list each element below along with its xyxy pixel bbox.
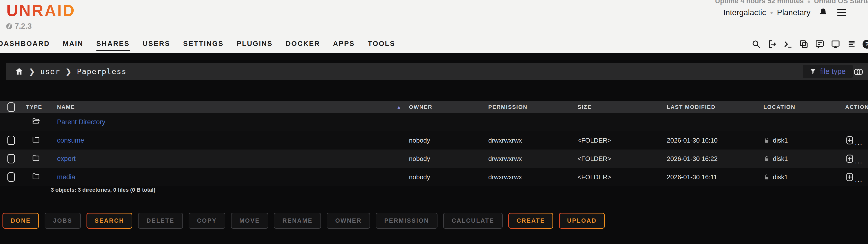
uptime-status: Uptime 4 hours 52 minutes●Unraid OS Star…: [715, 0, 868, 5]
nav-docker[interactable]: DOCKER: [285, 40, 320, 51]
delete-button[interactable]: DELETE: [138, 213, 183, 228]
row-action-menu[interactable]: ...: [845, 154, 863, 163]
cell-location: disk1: [773, 173, 788, 181]
col-last-modified[interactable]: LAST MODIFIED: [667, 104, 764, 110]
table-row-media: media nobody drwxrwxrwx <FOLDER> 2026-01…: [0, 168, 868, 186]
rename-button[interactable]: RENAME: [274, 213, 321, 228]
more-actions-dots[interactable]: ...: [855, 140, 863, 145]
table-row-consume: consume nobody drwxrwxrwx <FOLDER> 2026-…: [0, 131, 868, 150]
folder-open-icon: [31, 117, 40, 125]
upload-button[interactable]: UPLOAD: [559, 213, 605, 228]
breadcrumb-chevron-icon: ❯: [66, 67, 71, 75]
copy-windows-icon[interactable]: [799, 39, 808, 49]
cell-modified: 2026-01-30 16:11: [667, 173, 764, 181]
folder-link[interactable]: export: [57, 155, 75, 162]
col-permission[interactable]: PERMISSION: [488, 104, 578, 110]
permission-button[interactable]: PERMISSION: [376, 213, 437, 228]
add-action-icon[interactable]: [845, 154, 854, 163]
table-row-export: export nobody drwxrwxrwx <FOLDER> 2026-0…: [0, 150, 868, 168]
breadcrumb-bar: ❯ user ❯ Paperpless file type: [6, 63, 868, 80]
add-action-icon[interactable]: [845, 172, 854, 182]
view-toggle-icon[interactable]: [853, 68, 864, 75]
col-location[interactable]: LOCATION: [764, 104, 845, 110]
file-browser-panel: ❯ user ❯ Paperpless file type TYPE NAME …: [0, 53, 868, 244]
copy-button[interactable]: COPY: [189, 213, 225, 228]
select-all-checkbox[interactable]: [7, 102, 15, 112]
feedback-chat-icon[interactable]: [815, 39, 825, 49]
home-icon[interactable]: [14, 67, 24, 75]
parent-directory-link[interactable]: Parent Directory: [57, 118, 105, 126]
row-checkbox[interactable]: [7, 154, 15, 163]
nav-users[interactable]: USERS: [143, 40, 170, 51]
col-type[interactable]: TYPE: [26, 104, 51, 110]
owner-button[interactable]: OWNER: [327, 213, 370, 228]
row-checkbox[interactable]: [7, 172, 15, 182]
main-nav: DASHBOARD MAIN SHARES USERS SETTINGS PLU…: [0, 40, 395, 51]
help-icon[interactable]: ?: [863, 40, 868, 49]
file-list: Parent Directory consume nobody drwxrwxr…: [0, 113, 868, 186]
logout-icon[interactable]: [767, 39, 777, 49]
unraid-logo: UNRAID: [6, 1, 75, 20]
move-button[interactable]: MOVE: [231, 213, 269, 228]
row-checkbox[interactable]: [7, 135, 15, 145]
cell-size: <FOLDER>: [578, 136, 667, 144]
terminal-icon[interactable]: [783, 39, 793, 49]
folder-link[interactable]: media: [57, 173, 75, 181]
table-header: TYPE NAME ▲ OWNER PERMISSION SIZE LAST M…: [0, 101, 868, 113]
top-header: UNRAID 7.2.3 Uptime 4 hours 52 minutes●U…: [0, 0, 868, 53]
version-info: 7.2.3: [6, 22, 32, 31]
done-button[interactable]: DONE: [2, 213, 39, 228]
nav-apps[interactable]: APPS: [333, 40, 355, 51]
log-lines-icon[interactable]: [847, 39, 856, 49]
file-type-filter[interactable]: file type: [803, 65, 852, 78]
more-actions-dots[interactable]: ...: [855, 158, 863, 163]
row-action-menu[interactable]: ...: [845, 172, 863, 182]
lock-open-icon: [764, 136, 770, 144]
col-size[interactable]: SIZE: [578, 104, 667, 110]
sort-ascending-icon[interactable]: ▲: [397, 104, 402, 110]
version-number: 7.2.3: [14, 22, 32, 31]
calculate-button[interactable]: CALCULATE: [443, 213, 503, 228]
server-name: Intergalactic: [723, 8, 766, 17]
object-count-summary: 3 objects: 3 directories, 0 files (0 B t…: [51, 187, 155, 193]
utility-icon-row: ?: [751, 39, 868, 49]
lock-open-icon: [764, 173, 770, 181]
notifications-bell-icon[interactable]: [818, 7, 828, 18]
cell-modified: 2026-01-30 16:22: [667, 155, 764, 163]
folder-icon: [31, 135, 40, 144]
nav-main[interactable]: MAIN: [63, 40, 84, 51]
cell-owner: nobody: [409, 173, 488, 181]
table-row-parent: Parent Directory: [0, 113, 868, 131]
breadcrumb-user[interactable]: user: [40, 67, 60, 76]
nav-settings[interactable]: SETTINGS: [183, 40, 224, 51]
cell-permission: drwxrwxrwx: [488, 155, 578, 163]
nav-tools[interactable]: TOOLS: [368, 40, 395, 51]
nav-shares[interactable]: SHARES: [96, 40, 130, 51]
menu-hamburger-icon[interactable]: [837, 9, 846, 16]
filter-funnel-icon: [810, 68, 816, 74]
create-button[interactable]: CREATE: [508, 213, 553, 228]
display-monitor-icon[interactable]: [831, 39, 840, 49]
col-owner[interactable]: OWNER: [409, 104, 488, 110]
cell-size: <FOLDER>: [578, 155, 667, 163]
row-action-menu[interactable]: ...: [845, 135, 863, 145]
add-action-icon[interactable]: [845, 135, 854, 145]
jobs-button[interactable]: JOBS: [44, 213, 81, 228]
breadcrumb-chevron-icon: ❯: [29, 67, 35, 75]
col-name[interactable]: NAME: [57, 104, 75, 110]
folder-link[interactable]: consume: [57, 136, 84, 144]
search-icon[interactable]: [751, 39, 761, 49]
cell-size: <FOLDER>: [578, 173, 667, 181]
uptime-text: Uptime 4 hours 52 minutes: [715, 0, 804, 5]
nav-plugins[interactable]: PLUGINS: [237, 40, 273, 51]
col-action[interactable]: ACTION: [845, 104, 868, 110]
breadcrumb-share[interactable]: Paperpless: [77, 67, 127, 76]
more-actions-dots[interactable]: ...: [855, 177, 863, 182]
search-button[interactable]: SEARCH: [87, 213, 132, 228]
cell-permission: drwxrwxrwx: [488, 173, 578, 181]
nav-dashboard[interactable]: DASHBOARD: [0, 40, 50, 51]
filter-label: file type: [820, 67, 846, 75]
server-tagline: Planetary: [777, 8, 810, 17]
cell-owner: nobody: [409, 155, 488, 163]
folder-icon: [31, 154, 40, 162]
